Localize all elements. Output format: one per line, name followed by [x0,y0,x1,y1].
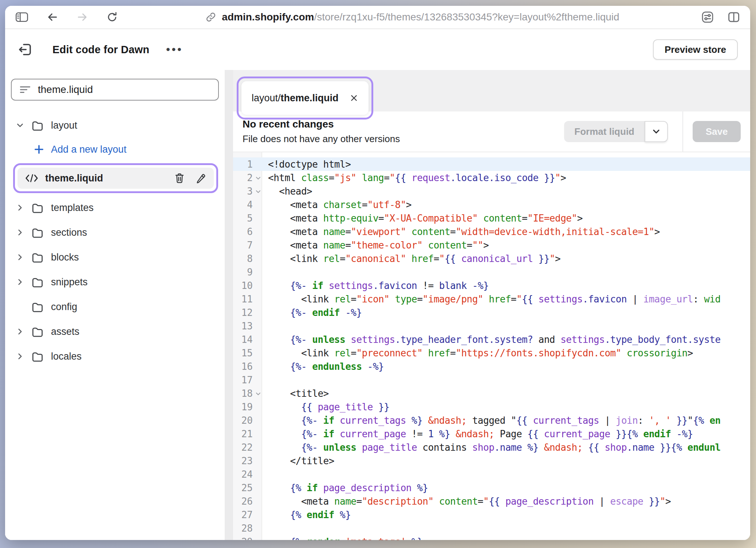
more-menu-icon[interactable]: ••• [166,43,183,56]
sidebar-item-templates[interactable]: templates [11,195,219,220]
code-line[interactable]: 18 <title> [233,387,750,400]
code-line[interactable]: 7 <meta name="theme-color" content=""> [233,238,750,252]
editor-area: layout/theme.liquid No recent change [225,70,750,540]
file-label: theme.liquid [45,173,103,184]
code-line[interactable]: 19 {{ page_title }} [233,400,750,414]
code-line[interactable]: 2<html class="js" lang="{{ request.local… [233,171,750,184]
app-header: Edit code for Dawn ••• Preview store [5,29,750,70]
reload-icon[interactable] [106,11,119,23]
code-line[interactable]: 28 [233,521,750,535]
code-line[interactable]: 21 {%- if current_page != 1 %} &ndash; P… [233,427,750,441]
sidebar-file-theme.liquid[interactable]: theme.liquid [17,168,214,189]
file-search-input[interactable]: theme.liquid [11,79,219,101]
save-zone: Save [682,111,750,152]
line-number: 16 [233,361,261,372]
code-line[interactable]: 25 {% if page_description %} [233,481,750,494]
code-line[interactable]: 11 <link rel="icon" type="image/png" hre… [233,292,750,306]
add-new-layout-button[interactable]: Add a new layout [11,138,219,161]
forward-icon[interactable] [76,11,89,23]
code-line[interactable]: 10 {%- if settings.favicon != blank -%} [233,279,750,292]
code-line[interactable]: 6 <meta name="viewport" content="width=d… [233,225,750,238]
code-text: {{ page_title }} [261,402,750,412]
folder-label: blocks [51,252,79,263]
code-line[interactable]: 9 [233,265,750,279]
chevron-right-icon[interactable] [16,253,31,261]
sidebar-toggle-icon[interactable] [15,11,29,23]
line-number: 12 [233,307,261,318]
code-line[interactable]: 22 {%- unless page_title contains shop.n… [233,441,750,454]
code-line[interactable]: 29 {% render 'meta-tags' %} [233,535,750,540]
chevron-right-icon[interactable] [16,352,31,360]
line-number: 23 [233,455,261,466]
rename-file-icon[interactable] [196,173,206,184]
exit-icon[interactable] [17,42,33,57]
editor-panel: No recent changes File does not have any… [233,111,750,540]
split-view-icon[interactable] [727,11,741,23]
sidebar-item-sections[interactable]: sections [11,220,219,245]
browser-window: admin.shopify.com/store/rzq1xu-f5/themes… [5,6,750,540]
fold-arrow-icon[interactable] [255,175,261,181]
filter-icon [20,85,31,94]
chevron-right-icon[interactable] [16,278,31,286]
chevron-right-icon[interactable] [16,204,31,212]
code-text: {%- endunless -%} [261,361,750,372]
code-line[interactable]: 12 {%- endif -%} [233,306,750,319]
code-line[interactable]: 17 [233,373,750,387]
code-line[interactable]: 15 <link rel="preconnect" href="https://… [233,346,750,360]
code-editor[interactable]: 1<!doctype html>2<html class="js" lang="… [233,152,750,540]
code-line[interactable]: 26 <meta name="description" content="{{ … [233,494,750,508]
code-text: <meta name="description" content="{{ pag… [261,496,750,507]
page-title: Edit code for Dawn [52,44,149,56]
folder-label: locales [51,351,82,362]
save-button[interactable]: Save [693,121,741,142]
format-dropdown-button[interactable] [645,121,668,142]
code-line[interactable]: 4 <meta charset="utf-8"> [233,198,750,211]
code-text: <link rel="icon" type="image/png" href="… [261,294,750,305]
chevron-right-icon[interactable] [16,228,31,236]
line-number: 18 [233,388,261,399]
status-subtitle: File does not have any other versions [243,133,564,145]
page-settings-icon[interactable] [701,10,714,24]
line-number: 5 [233,213,261,224]
fold-arrow-icon[interactable] [255,188,261,195]
code-line[interactable]: 13 [233,319,750,333]
code-line[interactable]: 23 </title> [233,454,750,467]
folder-label: config [51,301,77,313]
url-bar[interactable]: admin.shopify.com/store/rzq1xu-f5/themes… [135,11,690,23]
sidebar-item-assets[interactable]: assets [11,319,219,344]
chevron-down-icon[interactable] [16,121,31,129]
code-text: {%- unless settings.type_header_font.sys… [261,334,750,345]
fold-arrow-icon[interactable] [255,391,261,397]
sidebar-item-blocks[interactable]: blocks [11,245,219,270]
code-file-icon [25,173,39,183]
line-number: 3 [233,186,261,197]
url-host: admin.shopify.com [222,11,314,23]
line-number: 9 [233,267,261,278]
close-icon[interactable] [350,94,358,102]
code-text: <link rel="preconnect" href="https://fon… [261,348,750,359]
tab-theme-liquid[interactable]: layout/theme.liquid [241,81,369,115]
code-line[interactable]: 5 <meta http-equiv="X-UA-Compatible" con… [233,211,750,225]
preview-store-button[interactable]: Preview store [653,39,738,60]
code-line[interactable]: 1<!doctype html> [233,157,750,171]
sidebar-item-locales[interactable]: locales [11,344,219,369]
code-line[interactable]: 14 {%- unless settings.type_header_font.… [233,333,750,346]
code-text: {% endif %} [261,509,750,520]
code-text: <title> [261,388,750,399]
code-line[interactable]: 8 <link rel="canonical" href="{{ canonic… [233,252,750,265]
code-text: <meta name="viewport" content="width=dev… [261,226,750,237]
sidebar-item-config[interactable]: config [11,294,219,319]
back-icon[interactable] [46,11,59,23]
delete-file-icon[interactable] [174,173,185,184]
code-line[interactable]: 3 <head> [233,184,750,198]
code-line[interactable]: 24 [233,467,750,481]
code-line[interactable]: 20 {%- if current_tags %} &ndash; tagged… [233,414,750,427]
code-line[interactable]: 16 {%- endunless -%} [233,360,750,373]
chevron-right-icon[interactable] [16,328,31,336]
format-liquid-button[interactable]: Format liquid [564,121,645,142]
sidebar-item-snippets[interactable]: snippets [11,270,219,294]
code-line[interactable]: 27 {% endif %} [233,508,750,521]
folder-icon [31,202,44,214]
sidebar-item-layout[interactable]: layout [11,113,219,138]
line-number: 21 [233,428,261,439]
